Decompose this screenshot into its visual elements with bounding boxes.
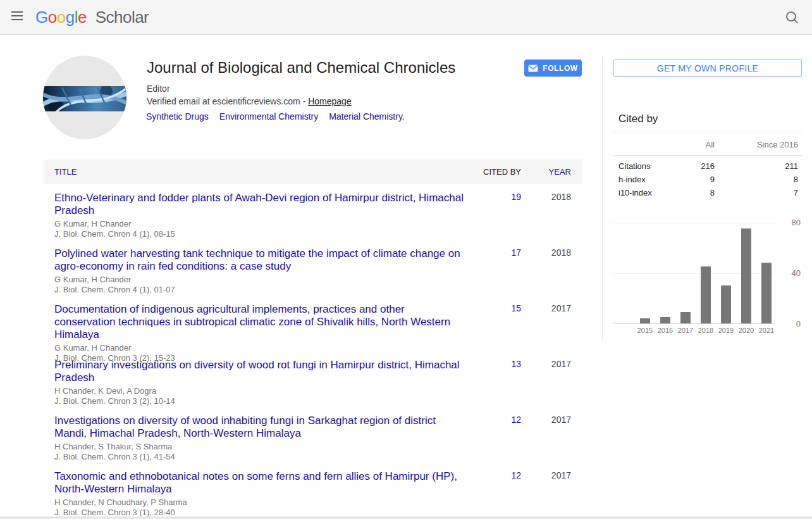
- article-authors: G Kumar, H Chander: [54, 219, 464, 229]
- chart-bar-2020[interactable]: [741, 228, 751, 323]
- article-year: 2018: [521, 247, 571, 296]
- article-row: Investigations on diversity of wood inha…: [44, 407, 582, 463]
- interest-link[interactable]: Synthetic Drugs: [146, 111, 209, 122]
- article-authors: G Kumar, H Chander: [54, 275, 464, 285]
- articles-list: Ethno-Veterinary and fodder plants of Aw…: [44, 184, 582, 518]
- envelope-icon: [528, 65, 538, 72]
- article-cited-by-link[interactable]: 12: [511, 470, 521, 480]
- chart-bar-2019[interactable]: [721, 285, 731, 323]
- stats-body: Citations 216 211 h-index 9 8 i10-index …: [613, 159, 802, 199]
- stat-label: i10-index: [618, 188, 658, 197]
- interest-link[interactable]: Environmental Chemistry: [219, 111, 318, 122]
- chart-bar-2016[interactable]: [660, 317, 670, 323]
- verified-email: Verified email at escientificreviews.com…: [147, 96, 352, 106]
- sort-by-year-header[interactable]: YEAR: [549, 167, 571, 177]
- chart-x-tick: 2021: [756, 327, 777, 334]
- scholar-logo[interactable]: Google Scholar: [35, 8, 149, 27]
- cited-by-title: Cited by: [618, 113, 658, 125]
- article-title-link[interactable]: Polylined water harvesting tank techniqu…: [54, 247, 464, 273]
- logo-scholar-text: Scholar: [95, 8, 149, 27]
- article-year: 2017: [521, 470, 571, 518]
- chart-bar-2015[interactable]: [640, 318, 650, 323]
- article-authors: H Chander, S Thakur, S Sharma: [54, 442, 464, 452]
- stat-since-value: 7: [715, 188, 798, 197]
- chart-y-tick: 80: [773, 218, 801, 227]
- homepage-link[interactable]: Homepage: [308, 96, 352, 106]
- chart-x-tick: 2018: [696, 327, 716, 334]
- chart-y-tick: 40: [773, 268, 801, 278]
- chart-x-tick: 2017: [675, 327, 696, 334]
- hamburger-icon: [11, 11, 23, 13]
- stat-row: h-index 9 8: [613, 173, 802, 186]
- article-venue: J. Biol. Chem. Chron 4 (1), 01-07: [54, 285, 464, 295]
- stats-header-row: All Since 2016: [613, 137, 802, 152]
- article-row: Preliminary investigations on diversity …: [44, 351, 582, 407]
- article-venue: J. Biol. Chem. Chron 4 (1), 08-15: [54, 229, 464, 239]
- article-title-link[interactable]: Investigations on diversity of wood inha…: [54, 415, 464, 440]
- chart-x-tick: 2015: [635, 327, 655, 334]
- stat-since-value: 211: [715, 161, 798, 171]
- stat-since-value: 8: [715, 175, 798, 184]
- articles-table-header: TITLE CITED BY YEAR: [44, 159, 582, 184]
- stat-label: Citations: [618, 161, 658, 171]
- article-title-link[interactable]: Taxonomic and ethnobotanical notes on so…: [54, 470, 464, 496]
- profile-role: Editor: [147, 84, 170, 94]
- chart-bar-2021[interactable]: [761, 263, 772, 323]
- sort-by-cited-header[interactable]: CITED BY: [464, 167, 521, 177]
- chart-x-tick: 2019: [716, 327, 736, 334]
- article-cited-by-link[interactable]: 13: [511, 359, 521, 369]
- citations-chart: 80400: [613, 223, 775, 324]
- sidebar: GET MY OWN PROFILE Cited by All Since 20…: [613, 35, 802, 339]
- stat-all-value: 9: [658, 175, 715, 184]
- articles-table: TITLE CITED BY YEAR Ethno-Veterinary and…: [44, 159, 582, 518]
- chart-x-tick: 2016: [655, 327, 675, 334]
- article-year: 2017: [521, 303, 571, 351]
- profile-name: Journal of Biological and Chemical Chron…: [147, 58, 455, 77]
- interest-links: Synthetic DrugsEnvironmental ChemistryMa…: [146, 111, 415, 122]
- article-row: Taxonomic and ethnobotanical notes on so…: [44, 463, 582, 518]
- article-row: Ethno-Veterinary and fodder plants of Aw…: [44, 184, 582, 240]
- article-cited-by-link[interactable]: 12: [511, 415, 521, 425]
- article-authors: G Kumar, H Chander: [54, 343, 464, 353]
- stat-row: Citations 216 211: [613, 159, 802, 173]
- article-row: Documentation of indigenous agricultural…: [44, 296, 582, 351]
- logo-google-text: Google: [35, 8, 87, 27]
- get-my-own-profile-button[interactable]: GET MY OWN PROFILE: [613, 59, 802, 77]
- article-cited-by-link[interactable]: 15: [511, 303, 521, 313]
- bottom-scrollbar: [0, 516, 812, 519]
- article-cited-by-link[interactable]: 17: [511, 247, 521, 258]
- sort-by-title-header[interactable]: TITLE: [54, 167, 77, 177]
- article-row: Polylined water harvesting tank techniqu…: [44, 240, 582, 296]
- follow-label: FOLLOW: [543, 64, 578, 73]
- chart-x-tick: 2020: [736, 327, 756, 334]
- stats-col-all: All: [658, 140, 715, 149]
- stats-col-since: Since 2016: [715, 140, 798, 149]
- vertical-divider: [602, 57, 603, 339]
- article-venue: J. Biol. Chem. Chron 3 (2), 10-14: [54, 396, 464, 406]
- article-year: 2017: [521, 415, 571, 463]
- article-title-link[interactable]: Preliminary investigations on diversity …: [54, 359, 464, 384]
- stat-label: h-index: [618, 175, 658, 184]
- article-cited-by-link[interactable]: 19: [511, 192, 521, 202]
- follow-button[interactable]: FOLLOW: [524, 59, 582, 77]
- article-authors: H Chander, K Devi, A Dogra: [54, 386, 464, 396]
- article-year: 2017: [521, 359, 571, 407]
- article-year: 2018: [521, 192, 571, 240]
- chart-bar-2018[interactable]: [701, 266, 711, 323]
- article-title-link[interactable]: Documentation of indigenous agricultural…: [54, 303, 464, 341]
- avatar[interactable]: [43, 56, 126, 139]
- chart-year-labels: 2015201620172018201920202021: [635, 327, 777, 334]
- search-icon[interactable]: [784, 9, 801, 26]
- chart-y-tick: 0: [773, 319, 801, 328]
- article-authors: H Chander, N Choudhary, P Sharma: [54, 497, 464, 508]
- stat-row: i10-index 8 7: [613, 186, 802, 199]
- stat-all-value: 216: [658, 161, 715, 171]
- article-venue: J. Biol. Chem. Chron 3 (1), 41-54: [54, 452, 464, 462]
- stat-all-value: 8: [658, 188, 715, 197]
- article-title-link[interactable]: Ethno-Veterinary and fodder plants of Aw…: [54, 192, 464, 217]
- top-app-bar: Google Scholar: [0, 0, 812, 35]
- menu-button[interactable]: [10, 11, 24, 23]
- chart-bar-2017[interactable]: [680, 312, 691, 323]
- interest-link[interactable]: Material Chemistry.: [329, 111, 405, 122]
